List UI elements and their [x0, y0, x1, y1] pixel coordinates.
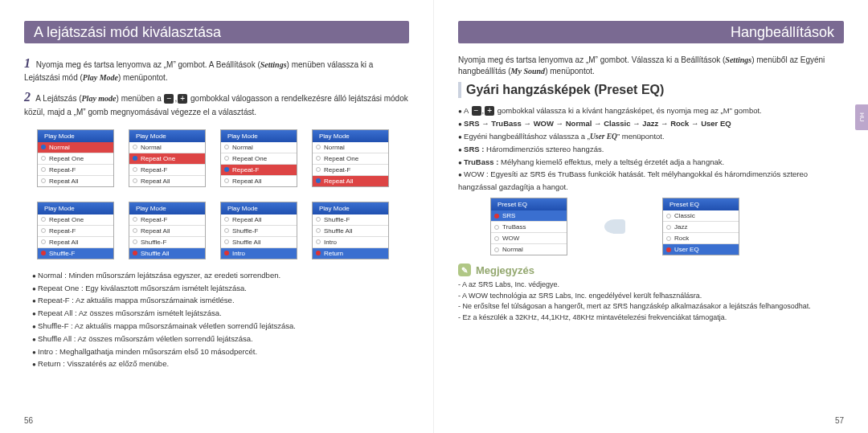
menu-row: Shuffle All: [221, 237, 297, 248]
menu-row: Return: [313, 248, 388, 259]
section-heading: Gyári hangzásképek (Preset EQ): [458, 82, 844, 98]
right-page: Hangbeállítások HU Nyomja meg és tartsa …: [434, 0, 868, 433]
right-intro: Nyomja meg és tartsa lenyomva az „M” gom…: [458, 55, 844, 77]
step-1: 1 Nyomja meg és tartsa lenyomva az „M” g…: [24, 55, 409, 84]
step-2: 2 A Lejátszás (Play mode) menüben a −,+ …: [24, 88, 409, 117]
play-mode-menu: Play ModeNormalRepeat OneRepeat-FRepeat …: [129, 129, 206, 187]
play-mode-menu: Play ModeNormalRepeat OneRepeat-FRepeat …: [312, 129, 389, 187]
notes-list: A az SRS Labs, Inc. védjegye.A WOW techn…: [458, 280, 844, 323]
menu-row: TruBass: [491, 222, 567, 233]
menu-row: Shuffle-F: [313, 214, 388, 226]
menu-row: SRS: [491, 210, 567, 222]
menu-row: Repeat-F: [129, 214, 205, 226]
menu-grid: Play ModeNormalRepeat OneRepeat-FRepeat …: [37, 129, 409, 259]
note-line: Ez a készülék a 32KHz, 44,1KHz, 48KHz mi…: [458, 312, 844, 324]
menu-row: Repeat-F: [38, 165, 113, 176]
right-title: Hangbeállítások: [458, 21, 844, 43]
page-number-left: 56: [24, 416, 33, 425]
menu-row: WOW: [491, 233, 567, 244]
play-mode-menu: Play ModeNormalRepeat OneRepeat-FRepeat …: [37, 129, 114, 187]
menu-row: Normal: [221, 142, 297, 153]
bullet-item: Repeat-F : Az aktuális mappa műsorszámai…: [32, 294, 409, 307]
minus-icon: −: [472, 106, 481, 116]
menu-row: Repeat All: [129, 176, 205, 186]
bullet-item: Normal : Minden műsorszám lejátszása egy…: [32, 269, 409, 282]
menu-row: Repeat All: [129, 226, 205, 237]
play-mode-menu: Play ModeNormalRepeat OneRepeat-FRepeat …: [220, 129, 297, 187]
menu-row: Repeat All: [221, 214, 297, 226]
menu-row: Repeat One: [38, 214, 113, 226]
right-bullets: A −,+ gombokkal válassza ki a kívánt han…: [458, 104, 844, 193]
play-mode-menu: Play ModeShuffle-FShuffle AllIntroReturn: [312, 202, 389, 259]
menu-row: Repeat All: [313, 176, 388, 186]
play-mode-menu: Play ModeRepeat OneRepeat-FRepeat AllShu…: [37, 202, 114, 259]
menu-row: Normal: [38, 142, 113, 153]
left-bullets: Normal : Minden műsorszám lejátszása egy…: [32, 269, 409, 370]
menu-row: Normal: [491, 244, 567, 255]
minus-icon: −: [164, 94, 174, 104]
bullet-item: Repeat All : Az összes műsorszám ismétel…: [32, 307, 409, 320]
eq-menus: Preset EQ SRSTruBassWOWNormal Preset EQ …: [490, 198, 844, 255]
menu-row: Shuffle All: [313, 226, 388, 237]
hu-tab: HU: [855, 104, 868, 130]
bullet-item: Intro : Meghallgathatja minden műsorszám…: [32, 345, 409, 358]
plus-icon: +: [485, 106, 494, 116]
eq-menu-1: Preset EQ SRSTruBassWOWNormal: [490, 198, 567, 255]
menu-row: Intro: [313, 237, 388, 248]
menu-row: Repeat-F: [313, 165, 388, 176]
menu-row: Repeat All: [38, 176, 113, 186]
menu-row: Shuffle-F: [221, 226, 297, 237]
left-page: A lejátszási mód kiválasztása 1 Nyomja m…: [0, 0, 434, 433]
menu-row: Repeat One: [221, 153, 297, 165]
play-mode-menu: Play ModeRepeat-FRepeat AllShuffle-FShuf…: [129, 202, 206, 259]
eq-menu-2: Preset EQ ClassicJazzRockUser EQ: [662, 198, 739, 255]
menu-row: Normal: [313, 142, 388, 153]
bullet-item: Shuffle All : Az összes műsorszám véletl…: [32, 333, 409, 345]
menu-row: Repeat-F: [129, 165, 205, 176]
menu-row: Normal: [129, 142, 205, 153]
menu-row: Classic: [663, 210, 739, 222]
note-header: ✎ Megjegyzés: [458, 263, 844, 276]
menu-row: Repeat One: [313, 153, 388, 165]
note-icon: ✎: [458, 263, 471, 276]
menu-row: User EQ: [663, 244, 739, 255]
play-mode-menu: Play ModeRepeat AllShuffle-FShuffle AllI…: [220, 202, 297, 259]
menu-row: Shuffle All: [129, 248, 205, 259]
note-line: Ne erősítse fel túlságosan a hangerőt, m…: [458, 301, 844, 312]
menu-row: Shuffle-F: [38, 248, 113, 259]
menu-row: Intro: [221, 248, 297, 259]
menu-row: Repeat All: [221, 176, 297, 186]
note-line: A az SRS Labs, Inc. védjegye.: [458, 280, 844, 291]
arrow-icon: [604, 219, 625, 234]
plus-icon: +: [178, 94, 187, 104]
menu-row: Rock: [663, 233, 739, 244]
page-number-right: 57: [835, 416, 844, 425]
note-line: A WOW technológia az SRS Labs, Inc. enge…: [458, 291, 844, 302]
bullet-item: Repeat One : Egy kiválasztott műsorszám …: [32, 282, 409, 295]
menu-row: Repeat-F: [38, 226, 113, 237]
bullet-item: Return : Visszatérés az előző menübe.: [32, 357, 409, 370]
menu-row: Repeat One: [129, 153, 205, 165]
menu-row: Repeat One: [38, 153, 113, 165]
menu-row: Repeat-F: [221, 165, 297, 176]
left-title: A lejátszási mód kiválasztása: [24, 21, 409, 43]
menu-row: Jazz: [663, 222, 739, 233]
menu-row: Repeat All: [38, 237, 113, 248]
bullet-item: Shuffle-F : Az aktuális mappa műsorszáma…: [32, 320, 409, 333]
menu-row: Shuffle-F: [129, 237, 205, 248]
